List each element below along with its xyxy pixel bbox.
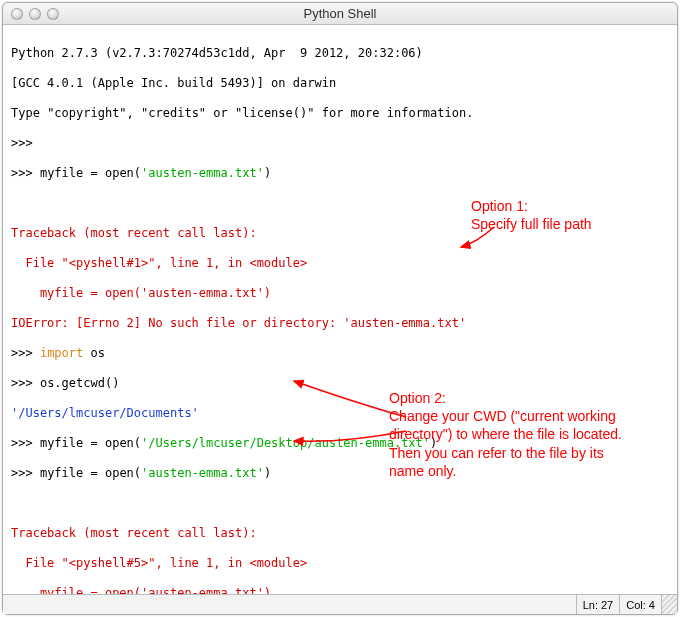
annotations-layer: Option 1: Specify full file path Option … [3, 25, 26, 113]
status-line: Ln: 27 [576, 595, 620, 614]
cmd-open-2: >>> myfile = open('austen-emma.txt') [11, 466, 669, 481]
traffic-lights [3, 8, 59, 20]
titlebar[interactable]: Python Shell [3, 3, 677, 25]
traceback-2-l3: myfile = open('austen-emma.txt') [11, 586, 669, 594]
traceback-1-l1: Traceback (most recent call last): [11, 226, 669, 241]
help-line: Type "copyright", "credits" or "license(… [11, 106, 669, 121]
annotation-option-2-head: Option 2: [389, 390, 446, 406]
minimize-icon[interactable] [29, 8, 41, 20]
prompt-empty: >>> [11, 136, 669, 151]
blank [11, 196, 669, 211]
cmd-open-fullpath: >>> myfile = open('/Users/lmcuser/Deskto… [11, 436, 669, 451]
status-bar: Ln: 27 Col: 4 [3, 594, 677, 614]
zoom-icon[interactable] [47, 8, 59, 20]
traceback-1-l4: IOError: [Errno 2] No such file or direc… [11, 316, 669, 331]
out-docs-1: '/Users/lmcuser/Documents' [11, 406, 669, 421]
python-version-line: Python 2.7.3 (v2.7.3:70274d53c1dd, Apr 9… [11, 46, 669, 61]
window-title: Python Shell [3, 6, 677, 21]
shell-content[interactable]: Python 2.7.3 (v2.7.3:70274d53c1dd, Apr 9… [3, 25, 677, 594]
status-col: Col: 4 [619, 595, 661, 614]
python-shell-window: Python Shell Python 2.7.3 (v2.7.3:70274d… [2, 2, 678, 615]
cmd-getcwd-1: >>> os.getcwd() [11, 376, 669, 391]
blank2 [11, 496, 669, 511]
cmd-open-1: >>> myfile = open('austen-emma.txt') [11, 166, 669, 181]
traceback-2-l1: Traceback (most recent call last): [11, 526, 669, 541]
close-icon[interactable] [11, 8, 23, 20]
traceback-1-l2: File "<pyshell#1>", line 1, in <module> [11, 256, 669, 271]
traceback-2-l2: File "<pyshell#5>", line 1, in <module> [11, 556, 669, 571]
gcc-line: [GCC 4.0.1 (Apple Inc. build 5493)] on d… [11, 76, 669, 91]
traceback-1-l3: myfile = open('austen-emma.txt') [11, 286, 669, 301]
resize-grip-icon[interactable] [661, 595, 677, 614]
cmd-import-os: >>> import os [11, 346, 669, 361]
